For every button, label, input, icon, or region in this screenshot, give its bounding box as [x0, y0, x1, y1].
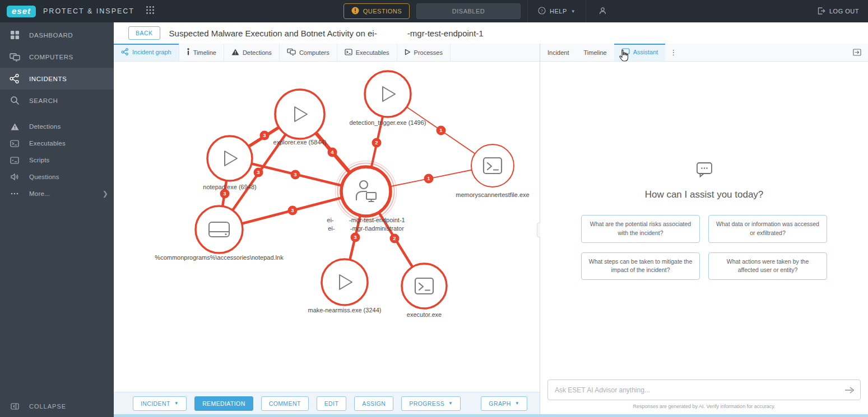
edge-count-badge[interactable]: 3: [291, 170, 300, 180]
edge-count-badge[interactable]: 1: [424, 174, 434, 184]
suggestion-card[interactable]: What steps can be taken to mitigate the …: [581, 252, 700, 280]
warning-circle-icon: [351, 7, 359, 16]
suggestion-card[interactable]: What actions were taken by the affected …: [708, 252, 827, 280]
assistant-input[interactable]: [547, 379, 861, 400]
scripts-icon: [0, 157, 29, 164]
logout-button[interactable]: LOG OUT: [808, 0, 868, 22]
tab-executables[interactable]: Executables: [337, 44, 397, 61]
edge-count-badge[interactable]: 2: [372, 138, 382, 148]
incident-title-bar: BACK Suspected Malware Execution and Bot…: [114, 22, 868, 44]
tab-incident-graph[interactable]: Incident graph: [114, 44, 179, 61]
back-button[interactable]: BACK: [128, 26, 160, 40]
edge-count-badge[interactable]: 3: [254, 168, 263, 177]
edge-count-badge[interactable]: 3: [351, 233, 360, 242]
chevron-down-icon: ▼: [571, 9, 575, 14]
sidebar-item-detections[interactable]: Detections: [0, 118, 114, 135]
sidebar-item-computers[interactable]: COMPUTERS: [0, 46, 114, 68]
graph-node-make_nearmiss[interactable]: make-nearmiss.exe (3244): [308, 259, 382, 313]
tab-timeline-right[interactable]: Timeline: [577, 44, 614, 61]
suggestion-card[interactable]: What are the potential risks associated …: [581, 215, 700, 243]
svg-text:4: 4: [331, 149, 334, 155]
sidebar-item-label: INCIDENTS: [29, 76, 67, 82]
tab-label: Timeline: [584, 49, 607, 56]
horizontal-scrollbar[interactable]: [114, 414, 868, 417]
sidebar-item-label: More...: [29, 190, 50, 197]
logout-label: LOG OUT: [829, 8, 859, 15]
collapse-icon: [0, 403, 29, 410]
user-menu-button[interactable]: [586, 0, 619, 22]
panel-expand-icon[interactable]: [846, 44, 868, 61]
graph-node-executor[interactable]: executor.exe: [402, 264, 447, 318]
suggestion-card[interactable]: What data or information was accessed or…: [708, 215, 827, 243]
svg-text:2: 2: [375, 139, 378, 146]
sidebar-item-incidents[interactable]: INCIDENTS: [0, 68, 114, 90]
svg-text:?: ?: [541, 8, 544, 13]
sidebar-item-more[interactable]: More... ❯: [0, 185, 114, 202]
computers-icon: [287, 48, 296, 57]
incident-tabs: Incident graph Timeline Detections Compu…: [114, 44, 540, 62]
collapse-label: COLLAPSE: [29, 403, 66, 410]
incident-graph-icon: [121, 48, 129, 57]
dashboard-icon: [0, 30, 29, 40]
send-icon[interactable]: [843, 384, 856, 396]
edge-count-badge[interactable]: 1: [437, 126, 446, 135]
edge-count-badge[interactable]: 3: [288, 206, 298, 215]
comment-button[interactable]: COMMENT: [261, 396, 309, 411]
svg-text:3: 3: [257, 169, 259, 175]
sidebar-collapse-button[interactable]: COLLAPSE: [0, 396, 114, 417]
sidebar-item-search[interactable]: SEARCH: [0, 90, 114, 111]
edge-count-badge[interactable]: 3: [260, 131, 270, 140]
detections-warning-icon: [231, 49, 239, 57]
help-icon: ?: [538, 7, 546, 16]
graph-node-endpoint[interactable]: ei- -mgr-test-endpoint-1ei- -mgr-t\admin…: [327, 161, 405, 232]
edit-button[interactable]: EDIT: [317, 396, 347, 411]
tab-label: Executables: [356, 49, 389, 56]
svg-text:3: 3: [291, 207, 294, 213]
tab-label: Computers: [299, 49, 329, 56]
incident-dropdown-button[interactable]: INCIDENT▼: [133, 396, 187, 411]
tab-processes[interactable]: Processes: [397, 44, 451, 61]
graph-node-label: ei- -mgr-t\administrator: [328, 225, 404, 232]
graph-node-detection_trigger[interactable]: detection_trigger.exe (1496): [350, 71, 426, 126]
executables-terminal-icon: [0, 140, 29, 147]
graph-node-notepad_lnk[interactable]: %commonprograms%\accessories\notepad.lnk: [155, 206, 284, 261]
tab-incident[interactable]: Incident: [540, 44, 577, 61]
sidebar-item-scripts[interactable]: Scripts: [0, 152, 114, 168]
incident-graph-canvas[interactable]: detection_trigger.exe (1496)explorer.exe…: [114, 62, 540, 392]
page-title: Suspected Malware Execution and Botnet A…: [169, 29, 484, 38]
progress-dropdown-button[interactable]: PROGRESS▼: [401, 396, 461, 411]
kebab-menu-icon[interactable]: ⋮: [665, 44, 681, 61]
graph-node-label: %commonprograms%\accessories\notepad.lnk: [155, 254, 284, 261]
help-button[interactable]: ? HELP ▼: [528, 0, 586, 22]
chevron-down-icon: ▼: [448, 401, 453, 406]
incident-graph-panel: detection_trigger.exe (1496)explorer.exe…: [114, 62, 540, 392]
search-icon: [0, 96, 29, 105]
chevron-right-icon: ❯: [103, 190, 108, 198]
logout-icon: [817, 7, 825, 16]
graph-dropdown-button[interactable]: GRAPH▼: [481, 396, 527, 411]
tab-computers[interactable]: Computers: [280, 44, 337, 61]
graph-node-notepad[interactable]: notepad.exe (6948): [203, 136, 256, 190]
edge-count-badge[interactable]: 4: [328, 148, 337, 157]
tab-assistant[interactable]: Assistant: [614, 44, 666, 61]
disabled-button[interactable]: DISABLED: [416, 3, 521, 19]
graph-node-label: detection_trigger.exe (1496): [350, 119, 426, 126]
sidebar-item-executables[interactable]: Executables: [0, 135, 114, 152]
app-header: eset PROTECT & INSPECT QUESTIONS DISABLE…: [0, 0, 868, 22]
sidebar-item-label: COMPUTERS: [29, 54, 73, 60]
computers-icon: [0, 53, 29, 62]
remediation-button[interactable]: REMEDIATION: [194, 396, 253, 411]
tab-detections[interactable]: Detections: [224, 44, 280, 61]
sidebar-item-dashboard[interactable]: DASHBOARD: [0, 24, 114, 46]
assign-button[interactable]: ASSIGN: [354, 396, 393, 411]
processes-play-icon: [405, 49, 411, 57]
tab-timeline[interactable]: Timeline: [179, 44, 224, 61]
tab-label: Timeline: [193, 49, 216, 56]
questions-button[interactable]: QUESTIONS: [344, 3, 410, 19]
app-grid-icon[interactable]: [146, 6, 155, 17]
sidebar-item-questions[interactable]: Questions: [0, 168, 114, 185]
incidents-graph-icon: [0, 74, 29, 83]
edge-count-badge[interactable]: 2: [390, 234, 400, 243]
edge-count-badge[interactable]: 3: [220, 189, 230, 199]
svg-text:1: 1: [427, 175, 430, 181]
